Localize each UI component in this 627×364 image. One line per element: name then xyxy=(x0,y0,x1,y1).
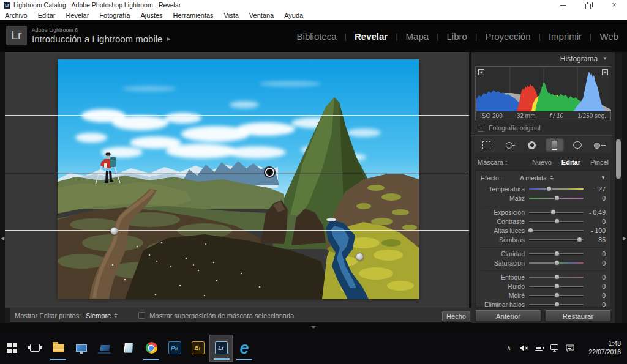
effect-preset-dropdown[interactable]: A medida xyxy=(520,174,554,182)
eliminar-halos-slider-thumb[interactable] xyxy=(554,302,560,307)
menu-vista[interactable]: Vista xyxy=(224,12,239,19)
expand-left-panel-icon[interactable]: ◀ xyxy=(1,236,4,241)
exposicion-slider-track[interactable] xyxy=(529,212,584,213)
mask-pincel-button[interactable]: Pincel xyxy=(590,158,609,166)
mask-overlay-checkbox[interactable] xyxy=(138,312,145,319)
menu-editar[interactable]: Editar xyxy=(38,12,56,19)
red-eye-tool[interactable] xyxy=(523,138,541,152)
contraste-slider-thumb[interactable] xyxy=(554,218,560,224)
taskbar-lightroom[interactable]: Lr xyxy=(209,335,233,362)
mask-editar-button[interactable]: Editar xyxy=(561,158,580,166)
highlight-clipping-icon[interactable] xyxy=(602,69,608,75)
sombras-slider-thumb[interactable] xyxy=(577,237,582,242)
claridad-slider-track[interactable] xyxy=(529,253,584,254)
minimize-button[interactable] xyxy=(550,0,576,10)
adjustment-brush-tool[interactable] xyxy=(591,138,609,152)
slider-value: 0 xyxy=(584,250,606,258)
temperatura-slider-track[interactable] xyxy=(529,188,584,190)
matiz-slider-track[interactable] xyxy=(529,198,584,199)
network-icon[interactable] xyxy=(550,343,560,353)
menu-ayuda[interactable]: Ayuda xyxy=(284,12,303,19)
filmstrip-collapsed[interactable] xyxy=(0,323,627,332)
develop-canvas[interactable]: Mostrar Editar puntos: Siempre Mostrar s… xyxy=(5,52,469,308)
enfoque-slider-track[interactable] xyxy=(529,277,584,278)
saturacion-slider-track[interactable] xyxy=(529,262,584,264)
mask-nuevo-button[interactable]: Nuevo xyxy=(532,158,552,166)
clock[interactable]: 1:48 22/07/2016 xyxy=(583,340,621,356)
taskbar-start-button[interactable] xyxy=(0,335,23,362)
altas-luces-slider-thumb[interactable] xyxy=(528,228,533,233)
taskbar-notes-app[interactable] xyxy=(116,335,140,362)
scrollbar-thumb[interactable] xyxy=(616,139,621,179)
shadow-clipping-icon[interactable] xyxy=(478,69,484,75)
panel-scrollbar[interactable] xyxy=(615,52,622,332)
menu-revelar[interactable]: Revelar xyxy=(66,12,89,19)
claridad-slider-thumb[interactable] xyxy=(554,251,560,256)
graduated-filter-line-bottom[interactable] xyxy=(5,230,469,231)
sombras-slider-track[interactable] xyxy=(529,239,584,240)
edit-pin-selected[interactable] xyxy=(265,168,274,177)
menu-archivo[interactable]: Archivo xyxy=(5,12,28,19)
reset-button[interactable]: Restaurar xyxy=(545,310,611,322)
edit-pin[interactable] xyxy=(356,253,364,261)
module-web[interactable]: Web xyxy=(599,31,618,42)
effect-collapse-icon[interactable]: ▼ xyxy=(601,175,606,180)
exposicion-slider-thumb[interactable] xyxy=(550,209,556,215)
original-photo-checkbox[interactable] xyxy=(478,125,484,132)
taskbar-photoshop[interactable]: Ps xyxy=(163,335,186,362)
graduated-filter-line-top[interactable] xyxy=(5,115,469,116)
module-libro[interactable]: Libro xyxy=(447,31,467,42)
close-button[interactable]: × xyxy=(601,0,627,10)
menu-ventana[interactable]: Ventana xyxy=(249,12,274,19)
spot-removal-tool[interactable] xyxy=(500,138,519,152)
eliminar-halos-slider-track[interactable] xyxy=(529,304,584,305)
ruido-slider-thumb[interactable] xyxy=(554,283,560,289)
radial-filter-tool[interactable] xyxy=(568,138,587,152)
tray-expand-icon[interactable]: ∧ xyxy=(504,343,514,353)
crop-overlay-tool[interactable] xyxy=(478,138,496,152)
restore-button[interactable] xyxy=(576,0,601,10)
action-center-icon[interactable] xyxy=(565,343,575,353)
dropdown-updown-icon xyxy=(114,313,118,318)
taskbar-edge[interactable]: e xyxy=(233,335,256,362)
battery-icon[interactable] xyxy=(535,343,544,353)
menu-herramientas[interactable]: Herramientas xyxy=(173,12,214,19)
menu-fotografia[interactable]: Fotografía xyxy=(99,12,130,19)
collapse-right-panel-icon[interactable]: ▶ xyxy=(623,236,626,241)
taskbar-chrome[interactable] xyxy=(140,335,163,362)
previous-button[interactable]: Anterior xyxy=(475,310,541,322)
enfoque-slider-thumb[interactable] xyxy=(554,274,560,280)
taskbar-monitor-app[interactable] xyxy=(70,335,93,362)
taskbar-bridge[interactable]: Br xyxy=(186,335,209,362)
taskbar-laptop-app[interactable] xyxy=(93,335,116,362)
module-revelar[interactable]: Revelar xyxy=(355,31,388,42)
filmstrip-collapse-icon[interactable] xyxy=(311,326,316,329)
moire-slider-thumb[interactable] xyxy=(554,292,560,298)
module-mapa[interactable]: Mapa xyxy=(406,31,429,42)
temperatura-slider-thumb[interactable] xyxy=(546,186,552,191)
edit-points-dropdown[interactable]: Siempre xyxy=(86,312,118,319)
histogram-chart[interactable] xyxy=(476,67,611,111)
altas-luces-slider-track[interactable] xyxy=(529,230,584,231)
module-biblioteca[interactable]: Biblioteca xyxy=(297,31,337,42)
contraste-slider-track[interactable] xyxy=(529,221,584,222)
window-title: Lightroom Catalog - Adobe Photoshop Ligh… xyxy=(13,1,181,9)
module-proyeccion[interactable]: Proyección xyxy=(485,31,530,42)
ruido-slider-track[interactable] xyxy=(529,286,584,287)
graduated-filter-tool[interactable] xyxy=(546,138,564,152)
histogram-collapse-icon[interactable]: ▼ xyxy=(603,56,607,61)
done-button[interactable]: Hecho xyxy=(442,311,470,321)
menu-ajustes[interactable]: Ajustes xyxy=(140,12,162,19)
identity-arrow-icon[interactable]: ▶ xyxy=(167,36,170,42)
graduated-filter-line-center[interactable] xyxy=(5,173,469,173)
taskbar-file-explorer[interactable] xyxy=(47,335,70,362)
module-imprimir[interactable]: Imprimir xyxy=(549,31,582,42)
saturacion-slider-thumb[interactable] xyxy=(554,260,560,266)
moire-slider-track[interactable] xyxy=(529,295,584,296)
edit-pin[interactable] xyxy=(110,227,118,235)
volume-muted-icon[interactable] xyxy=(519,343,529,353)
taskbar-task-view-button[interactable] xyxy=(23,335,47,362)
histogram-header[interactable]: Histograma ▼ xyxy=(471,53,615,64)
matiz-slider-thumb[interactable] xyxy=(554,195,560,201)
photo-canvas[interactable] xyxy=(58,59,419,299)
